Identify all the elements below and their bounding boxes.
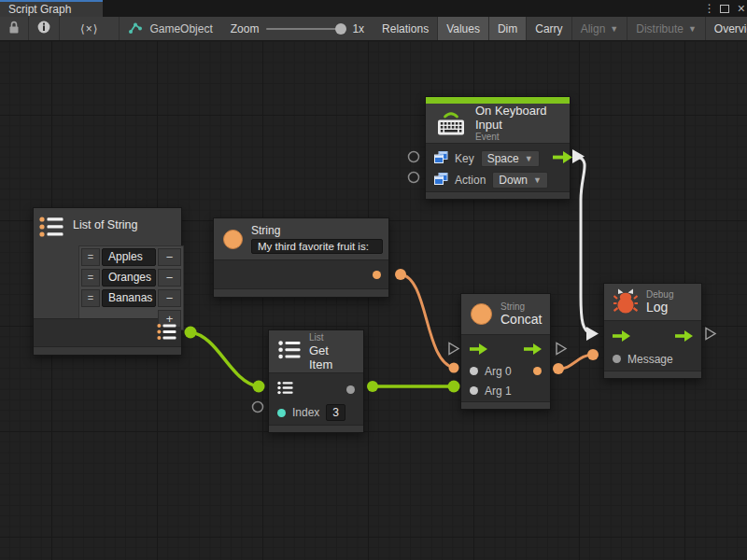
code-view-button[interactable]: ⟨×⟩ (60, 17, 120, 40)
index-field[interactable]: 3 (326, 404, 345, 421)
dim-button[interactable]: Dim (489, 17, 527, 40)
info-button[interactable] (29, 17, 60, 40)
zoom-slider-handle[interactable] (335, 23, 346, 35)
node-title: List of String (73, 218, 137, 232)
node-concat[interactable]: String Concat Arg 0 A (460, 293, 551, 410)
node-title: Log (646, 301, 673, 315)
debug-bug-icon (613, 287, 638, 317)
zoom-value: 1x (352, 22, 364, 35)
list-item-row: = Bananas − (81, 289, 181, 307)
drag-handle-icon[interactable]: = (81, 289, 100, 307)
close-icon[interactable]: × (738, 4, 745, 13)
maximize-icon[interactable] (720, 0, 729, 17)
string-out-port[interactable] (373, 271, 381, 279)
graph-toolbar: ⟨×⟩ GameObject Zoom 1x Relations Values … (0, 17, 747, 41)
list-out-port-icon[interactable] (157, 323, 176, 343)
code-view-icon: ⟨×⟩ (80, 22, 98, 35)
gameobject-button[interactable]: GameObject (120, 17, 220, 40)
node-subtitle: Event (475, 132, 560, 143)
window-controls: ⋮ × (704, 0, 745, 17)
distribute-label: Distribute (636, 22, 684, 35)
trigger-in-port-icon[interactable] (613, 330, 630, 344)
caret-down-icon: ▼ (525, 154, 533, 163)
remove-item-button[interactable]: − (158, 289, 181, 307)
string-type-icon (223, 230, 243, 249)
event-accent-bar (426, 97, 570, 104)
list-icon (39, 216, 64, 242)
arg0-in-port[interactable] (470, 367, 478, 375)
node-title: On Keyboard Input (475, 104, 560, 132)
list-in-port-icon[interactable] (277, 381, 293, 398)
key-dropdown[interactable]: Space▼ (481, 150, 540, 167)
key-port-label: Key (455, 152, 474, 165)
zoom-slider[interactable] (266, 28, 345, 30)
remove-item-button[interactable]: − (158, 269, 181, 287)
remove-item-button[interactable]: − (158, 248, 181, 266)
node-string-literal[interactable]: String My third favorite fruit is: (213, 217, 389, 298)
node-on-keyboard-input[interactable]: On Keyboard Input Event Key Space▼ (425, 96, 571, 200)
menu-kebab-icon[interactable]: ⋮ (704, 2, 712, 15)
list-icon (278, 340, 301, 363)
index-label: Index (292, 406, 319, 419)
overview-label: Overview (714, 22, 747, 35)
result-out-port[interactable] (533, 367, 542, 375)
align-button[interactable]: Align▼ (572, 17, 628, 40)
list-item-field[interactable]: Bananas (102, 289, 156, 307)
arg1-in-port[interactable] (470, 386, 478, 395)
key-dropdown-value: Space (487, 152, 519, 165)
string-type-icon (471, 303, 492, 325)
relations-button[interactable]: Relations (374, 17, 438, 40)
overview-button[interactable]: Overview (706, 17, 747, 40)
node-debug-log[interactable]: Debug Log Message (603, 283, 702, 379)
gameobject-graph-icon (128, 21, 143, 36)
dim-label: Dim (498, 22, 517, 35)
carry-label: Carry (535, 22, 562, 35)
message-label: Message (627, 353, 673, 366)
message-in-port[interactable] (613, 355, 621, 363)
action-port-label: Action (455, 174, 486, 187)
caret-down-icon: ▼ (610, 24, 618, 34)
caret-down-icon: ▼ (533, 175, 542, 185)
node-title: String (251, 224, 383, 238)
distribute-button[interactable]: Distribute▼ (627, 17, 706, 40)
script-graph-window: Script Graph ⋮ × ⟨×⟩ GameObject (0, 0, 747, 560)
action-dropdown-value: Down (499, 174, 528, 187)
node-list-of-string[interactable]: List of String = Apples − = Oranges − = … (33, 207, 182, 356)
gameobject-label: GameObject (149, 22, 212, 35)
node-title: Get Item (309, 343, 354, 371)
tab-script-graph[interactable]: Script Graph (0, 0, 103, 17)
item-out-port[interactable] (346, 385, 355, 394)
zoom-label: Zoom (231, 22, 260, 35)
tab-title: Script Graph (8, 3, 71, 16)
windows-icon (434, 151, 448, 166)
tab-bar: Script Graph ⋮ × (0, 0, 747, 17)
values-label: Values (446, 22, 480, 35)
trigger-out-port-icon[interactable] (524, 343, 542, 357)
trigger-out-port-icon[interactable] (675, 330, 693, 344)
keyboard-icon (435, 108, 467, 139)
info-icon (37, 21, 50, 36)
drag-handle-icon[interactable]: = (81, 269, 100, 287)
node-get-item[interactable]: List Get Item Index 3 (268, 329, 364, 433)
action-dropdown[interactable]: Down▼ (492, 172, 548, 189)
arg1-label: Arg 1 (485, 385, 512, 398)
values-button[interactable]: Values (438, 17, 489, 40)
caret-down-icon: ▼ (688, 24, 697, 34)
lock-button[interactable] (0, 17, 29, 40)
trigger-out-port-icon[interactable] (553, 151, 572, 166)
index-in-port[interactable] (277, 409, 286, 417)
list-item-row: = Oranges − (81, 269, 181, 287)
zoom-control: Zoom 1x (221, 17, 374, 40)
string-value-field[interactable]: My third favorite fruit is: (251, 239, 383, 254)
node-title: Concat (500, 313, 542, 327)
relations-label: Relations (382, 22, 429, 35)
node-subtitle: List (309, 332, 354, 343)
carry-button[interactable]: Carry (527, 17, 571, 40)
list-item-field[interactable]: Oranges (102, 269, 156, 287)
list-item-field[interactable]: Apples (102, 248, 156, 266)
list-item-row: = Apples − (81, 248, 181, 266)
drag-handle-icon[interactable]: = (81, 248, 100, 266)
lock-icon (8, 21, 20, 37)
trigger-in-port-icon[interactable] (470, 343, 487, 357)
windows-icon (434, 173, 448, 188)
